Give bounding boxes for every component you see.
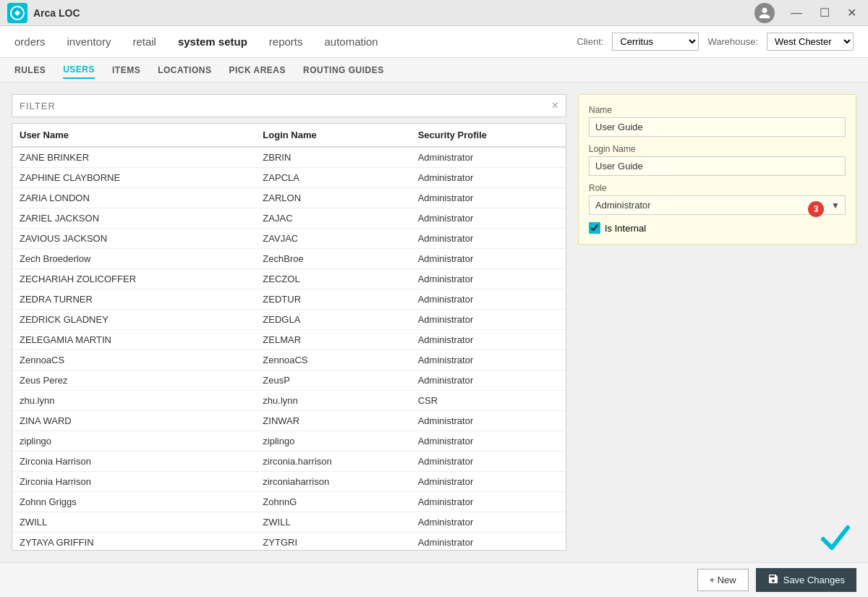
- sub-nav-users[interactable]: USERS: [63, 62, 95, 79]
- new-button-label: + New: [710, 575, 736, 585]
- name-field-label: Name: [589, 105, 846, 115]
- table-row[interactable]: Zirconia HarrisonzirconiaharrisonAdminis…: [12, 472, 566, 492]
- table-cell-username: ZINA WARD: [12, 411, 255, 431]
- table-row[interactable]: ZANE BRINKERZBRINAdministrator: [12, 147, 566, 168]
- table-cell-loginname: ziplingo: [255, 431, 410, 452]
- table-cell-security: Administrator: [411, 168, 566, 188]
- name-field-input[interactable]: [589, 117, 846, 137]
- table-scroll[interactable]: User Name Login Name Security Profile ZA…: [12, 124, 566, 550]
- table-row[interactable]: Zirconia Harrisonzirconia.harrisonAdmini…: [12, 452, 566, 472]
- table-row[interactable]: ZennoaCSZennoaCSAdministrator: [12, 350, 566, 371]
- table-cell-security: Administrator: [411, 208, 566, 229]
- sub-nav-rules[interactable]: RULES: [14, 62, 46, 78]
- name-field-group: Name: [589, 105, 846, 137]
- table-cell-username: ZYTAYA GRIFFIN: [12, 533, 255, 551]
- nav-item-system-setup[interactable]: system setup: [178, 33, 247, 51]
- table-row[interactable]: ZARIEL JACKSONZAJACAdministrator: [12, 208, 566, 229]
- main-content: × User Name Login Name Security Profile …: [0, 82, 868, 562]
- table-cell-loginname: ZAVJAC: [255, 229, 410, 249]
- table-cell-security: Administrator: [411, 452, 566, 472]
- save-button[interactable]: Save Changes: [756, 568, 856, 592]
- table-cell-username: Zohnn Griggs: [12, 492, 255, 512]
- user-table: User Name Login Name Security Profile ZA…: [12, 124, 566, 550]
- sub-nav-routing-guides[interactable]: ROUTING GUIDES: [303, 62, 384, 78]
- table-row[interactable]: ZYTAYA GRIFFINZYTGRIAdministrator: [12, 533, 566, 551]
- table-cell-username: ZECHARIAH ZOLICOFFER: [12, 269, 255, 289]
- is-internal-checkbox[interactable]: [589, 222, 600, 234]
- save-icon: [767, 573, 779, 587]
- table-row[interactable]: ZINA WARDZINWARAdministrator: [12, 411, 566, 431]
- table-row[interactable]: Zeus PerezZeusPAdministrator: [12, 371, 566, 391]
- table-cell-loginname: ZECZOL: [255, 269, 410, 289]
- warehouse-label: Warehouse:: [707, 36, 758, 47]
- table-row[interactable]: zhu.lynnzhu.lynnCSR: [12, 391, 566, 411]
- login-name-field-group: Login Name: [589, 144, 846, 176]
- table-cell-username: ZARIA LONDON: [12, 188, 255, 208]
- sub-nav-pick-areas[interactable]: PICK AREAS: [229, 62, 286, 78]
- table-row[interactable]: ZAPHINE CLAYBORNEZAPCLAAdministrator: [12, 168, 566, 188]
- table-row[interactable]: ZARIA LONDONZARLONAdministrator: [12, 188, 566, 208]
- table-cell-username: ZANE BRINKER: [12, 147, 255, 168]
- table-row[interactable]: ZEDRA TURNERZEDTURAdministrator: [12, 289, 566, 310]
- left-panel: × User Name Login Name Security Profile …: [12, 94, 566, 551]
- table-cell-security: Administrator: [411, 431, 566, 452]
- nav-right: Client: Cerritus Warehouse: West Chester: [577, 33, 854, 51]
- table-cell-username: zhu.lynn: [12, 391, 255, 411]
- sub-nav-locations[interactable]: LOCATIONS: [158, 62, 211, 78]
- table-cell-loginname: ZEDTUR: [255, 289, 410, 310]
- table-row[interactable]: ZELEGAMIA MARTINZELMARAdministrator: [12, 330, 566, 350]
- filter-input[interactable]: [20, 101, 552, 111]
- login-name-field-input[interactable]: [589, 156, 846, 176]
- filter-clear-button[interactable]: ×: [552, 99, 558, 112]
- user-avatar: [754, 3, 775, 23]
- table-cell-security: Administrator: [411, 147, 566, 168]
- close-button[interactable]: ✕: [843, 4, 861, 21]
- table-cell-security: Administrator: [411, 310, 566, 330]
- table-row[interactable]: ZWILLZWILLAdministrator: [12, 512, 566, 533]
- save-checkmark: [817, 519, 854, 557]
- user-table-wrapper: User Name Login Name Security Profile ZA…: [12, 123, 566, 551]
- nav-bar: orders inventory retail system setup rep…: [0, 26, 868, 58]
- table-cell-username: ZELEGAMIA MARTIN: [12, 330, 255, 350]
- table-cell-security: Administrator: [411, 512, 566, 533]
- table-row[interactable]: ZAVIOUS JACKSONZAVJACAdministrator: [12, 229, 566, 249]
- warehouse-select[interactable]: West Chester: [767, 33, 854, 51]
- table-cell-security: Administrator: [411, 411, 566, 431]
- table-row[interactable]: ziplingoziplingoAdministrator: [12, 431, 566, 452]
- table-cell-username: ZEDRA TURNER: [12, 289, 255, 310]
- table-cell-security: Administrator: [411, 533, 566, 551]
- table-cell-loginname: ZennoaCS: [255, 350, 410, 371]
- table-cell-username: ZAVIOUS JACKSON: [12, 229, 255, 249]
- minimize-button[interactable]: —: [786, 4, 807, 21]
- nav-item-retail[interactable]: retail: [132, 33, 156, 51]
- table-row[interactable]: Zech BroederlowZechBroeAdministrator: [12, 249, 566, 269]
- table-cell-username: Zech Broederlow: [12, 249, 255, 269]
- table-cell-loginname: ZARLON: [255, 188, 410, 208]
- table-cell-loginname: ZYTGRI: [255, 533, 410, 551]
- nav-item-automation[interactable]: automation: [324, 33, 378, 51]
- maximize-button[interactable]: ☐: [815, 4, 834, 21]
- table-cell-security: Administrator: [411, 330, 566, 350]
- title-bar-left: Arca LOC: [7, 3, 80, 23]
- table-row[interactable]: ZEDRICK GLADNEYZEDGLAAdministrator: [12, 310, 566, 330]
- table-cell-security: CSR: [411, 391, 566, 411]
- table-row[interactable]: ZECHARIAH ZOLICOFFERZECZOLAdministrator: [12, 269, 566, 289]
- nav-item-orders[interactable]: orders: [14, 33, 46, 51]
- role-select[interactable]: Administrator CSR Manager Supervisor: [589, 195, 846, 215]
- is-internal-row: Is Internal: [589, 222, 846, 234]
- table-cell-username: Zeus Perez: [12, 371, 255, 391]
- sub-nav-items[interactable]: ITEMS: [112, 62, 140, 78]
- table-cell-security: Administrator: [411, 472, 566, 492]
- nav-item-reports[interactable]: reports: [269, 33, 303, 51]
- table-cell-security: Administrator: [411, 492, 566, 512]
- table-cell-security: Administrator: [411, 188, 566, 208]
- table-cell-security: Administrator: [411, 371, 566, 391]
- new-button[interactable]: + New: [697, 569, 749, 591]
- table-cell-security: Administrator: [411, 350, 566, 371]
- client-select[interactable]: Cerritus: [612, 33, 699, 51]
- table-row[interactable]: Zohnn GriggsZohnnGAdministrator: [12, 492, 566, 512]
- detail-panel: Name Login Name Role Administrator CSR M…: [578, 94, 856, 245]
- nav-item-inventory[interactable]: inventory: [67, 33, 111, 51]
- step-badge: 3: [808, 201, 824, 217]
- filter-bar: ×: [12, 94, 566, 117]
